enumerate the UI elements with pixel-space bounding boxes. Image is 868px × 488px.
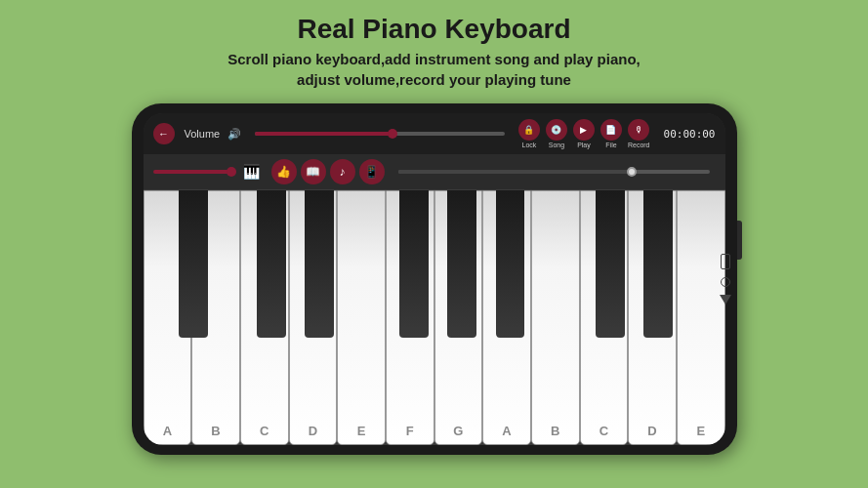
right-slider[interactable] [398,170,710,174]
note-button[interactable]: ♪ [330,159,355,184]
nav-home-button[interactable] [721,277,730,287]
lock-button[interactable]: 🔒 Lock [518,119,540,148]
pink-thumb [227,167,236,177]
black-key-eb1[interactable] [305,190,334,338]
black-key-bb1[interactable] [179,190,208,338]
play-label: Play [577,142,591,148]
black-key-db1[interactable] [257,190,286,338]
thumbs-up-button[interactable]: 👍 [271,159,297,184]
volume-label: Volume [185,128,221,140]
page-title: Real Piano Keyboard [227,14,641,45]
white-key-b2[interactable]: B [531,190,580,445]
phone-shell: ← Volume 🔊 🔒 Lock 💿 Song [132,103,737,455]
phone-button[interactable]: 📱 [359,159,385,184]
phone-screen: ← Volume 🔊 🔒 Lock 💿 Song [144,113,725,445]
right-slider-fill [398,170,632,174]
volume-slider[interactable] [255,132,505,136]
song-button[interactable]: 💿 Song [546,119,567,148]
file-label: File [605,142,616,148]
white-keys: A B C D E F G A B C D E [144,190,725,445]
black-key-ab1[interactable] [447,190,476,338]
page-subtitle: Scroll piano keyboard,add instrument son… [227,49,641,90]
play-icon: ▶ [573,119,595,141]
nav-back-button[interactable] [721,254,730,269]
top-controls: 🔒 Lock 💿 Song ▶ Play 📄 File [518,119,650,148]
page-header: Real Piano Keyboard Scroll piano keyboar… [227,0,641,96]
play-button[interactable]: ▶ Play [573,119,595,148]
song-label: Song [549,142,564,148]
record-icon: 🎙 [628,119,649,141]
record-label: Record [628,142,650,148]
black-key-db2[interactable] [596,190,625,338]
book-button[interactable]: 📖 [301,159,326,184]
phone-mockup: ← Volume 🔊 🔒 Lock 💿 Song [132,103,737,455]
action-buttons: 👍 📖 ♪ 📱 [271,159,385,184]
volume-icon: 🔊 [227,128,241,141]
phone-nav-buttons [720,254,731,305]
lock-label: Lock [522,142,537,148]
file-button[interactable]: 📄 File [600,119,622,148]
lock-icon: 🔒 [518,119,540,141]
black-key-gb1[interactable] [399,190,429,338]
back-button[interactable]: ← [153,123,175,144]
volume-fill [255,132,393,136]
timer-display: 00:00:00 [664,128,716,141]
subtitle-line1: Scroll piano keyboard,add instrument son… [227,51,641,67]
right-slider-thumb [627,167,637,177]
mini-piano-icon: 🎹 [243,164,260,180]
top-bar: ← Volume 🔊 🔒 Lock 💿 Song [144,113,725,154]
pink-slider-left[interactable] [153,170,231,174]
nav-recent-button[interactable] [720,295,731,305]
record-button[interactable]: 🎙 Record [628,119,650,148]
white-key-e2[interactable]: E [677,190,725,445]
volume-thumb [388,129,397,139]
file-icon: 📄 [600,119,622,141]
black-key-bb2[interactable] [496,190,525,338]
white-key-e1[interactable]: E [337,190,386,445]
piano-area: A B C D E F G A B C D E [144,190,725,445]
second-bar: 🎹 👍 📖 ♪ 📱 [144,154,725,190]
subtitle-line2: adjust volume,record your playing tune [297,71,571,88]
song-icon: 💿 [546,119,567,141]
black-key-eb2[interactable] [643,190,673,338]
phone-side-button[interactable] [737,221,742,260]
